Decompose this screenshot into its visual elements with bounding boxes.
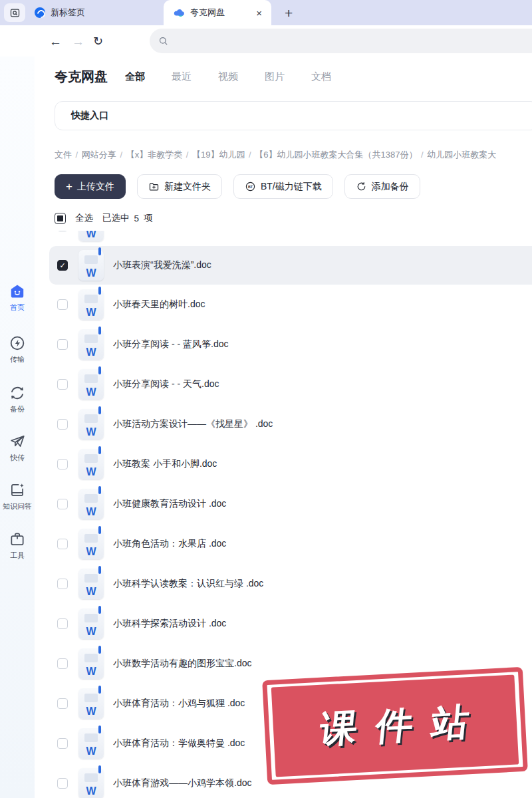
breadcrumb-item[interactable]: 【x】非教学类 — [126, 150, 183, 160]
row-checkbox[interactable] — [57, 419, 68, 430]
file-row[interactable]: W 小班分享阅读 - - 天气.doc — [49, 364, 532, 404]
row-checkbox[interactable] — [57, 579, 68, 589]
file-name[interactable]: 小班健康教育活动设计 .doc — [113, 498, 226, 510]
search-icon — [158, 35, 169, 47]
file-row[interactable]: W 小班体育游戏——小鸡学本领.doc — [49, 763, 532, 798]
button-label: 新建文件夹 — [164, 181, 211, 193]
file-name[interactable]: 小班科学探索活动设计 .doc — [113, 618, 226, 630]
sidebar-item-quick-send[interactable]: 快传 — [0, 433, 35, 463]
file-name[interactable]: 小班科学认读教案：认识红与绿 .doc — [113, 578, 263, 590]
browser-tab-new-tab[interactable]: 新标签页 — [25, 0, 136, 25]
file-name[interactable]: 小班体育游戏——小鸡学本领.doc — [113, 777, 251, 789]
file-name[interactable]: 小班数学活动有趣的图形宝宝.doc — [113, 658, 251, 670]
button-label: 添加备份 — [372, 181, 409, 193]
file-name[interactable]: 小班体育活动：学做奥特曼 .doc — [113, 737, 245, 749]
tab-close-icon[interactable]: × — [256, 8, 262, 18]
file-name[interactable]: 小班春天里的树叶.doc — [113, 299, 205, 311]
row-checkbox[interactable] — [57, 738, 68, 749]
file-row[interactable]: W 小班健康教育活动设计 .doc — [49, 484, 532, 524]
bt-magnet-download-button[interactable]: BT BT/磁力链下载 — [233, 174, 333, 199]
row-checkbox[interactable] — [57, 231, 68, 231]
sidebar-item-label: 快传 — [0, 453, 35, 463]
file-name[interactable]: 小班体育活动：小鸡与狐狸 .doc — [113, 698, 245, 710]
file-row[interactable]: W 小班体育活动：学做奥特曼 .doc — [49, 724, 532, 763]
sidebar-item-label: 备份 — [0, 404, 35, 414]
file-row[interactable]: ✓ W 小班表演“我爱洗澡”.doc — [49, 246, 532, 285]
browser-toolbar: ← → ↻ — [0, 25, 532, 57]
word-doc-icon: W — [78, 768, 104, 798]
word-doc-icon: W — [78, 648, 104, 679]
file-row[interactable]: W 小班角色活动：水果店 .doc — [49, 524, 532, 564]
row-checkbox[interactable] — [57, 299, 68, 310]
breadcrumb-item[interactable]: 【19】幼儿园 — [192, 150, 245, 160]
file-name[interactable]: 小班教案 小手和小脚.doc — [113, 458, 217, 470]
browser-tab-quark-drive[interactable]: 夸克网盘 × — [164, 0, 271, 25]
file-name[interactable]: 小班角色活动：水果店 .doc — [113, 538, 226, 550]
row-checkbox[interactable] — [57, 499, 68, 509]
word-doc-icon: W — [78, 369, 104, 400]
row-checkbox[interactable] — [57, 339, 68, 350]
file-row[interactable]: W 小班活动方案设计——《找星星》 .doc — [49, 404, 532, 444]
word-doc-icon: W — [78, 289, 104, 320]
knowledge-qa-icon — [9, 481, 26, 499]
add-backup-button[interactable]: 添加备份 — [344, 174, 420, 199]
address-search-bar[interactable] — [150, 29, 532, 53]
file-row[interactable]: W 小班体育活动：小鸡与狐狸 .doc — [49, 684, 532, 724]
row-checkbox[interactable] — [57, 618, 68, 629]
tab-document[interactable]: 文档 — [311, 70, 331, 83]
breadcrumb-item[interactable]: 幼儿园小班教案大 — [427, 150, 496, 160]
sidebar-item-tools[interactable]: 工具 — [0, 531, 35, 561]
file-name[interactable]: 小班活动方案设计——《找星星》 .doc — [113, 418, 273, 430]
word-doc-icon: W — [78, 608, 104, 639]
button-label: BT/磁力链下载 — [261, 181, 322, 193]
button-label: 上传文件 — [77, 181, 114, 193]
breadcrumb-item[interactable]: 网站分享 — [82, 150, 116, 160]
row-checkbox[interactable] — [57, 379, 68, 390]
new-tab-button[interactable]: + — [285, 6, 293, 20]
sidebar: 首页 传输 备份 — [0, 57, 35, 798]
row-checkbox[interactable] — [57, 778, 68, 789]
file-row[interactable]: W 小班教案 小手和小脚.doc — [49, 444, 532, 484]
file-row[interactable]: W 小班春天里的树叶.doc — [49, 285, 532, 325]
select-all-checkbox[interactable] — [55, 213, 66, 224]
list-row-partial[interactable]: W — [49, 231, 532, 246]
back-button[interactable]: ← — [49, 35, 62, 47]
sidebar-item-knowledge-qa[interactable]: 知识问答 — [0, 481, 35, 511]
select-all-label[interactable]: 全选 — [75, 212, 93, 224]
file-row[interactable]: W 小班科学认读教案：认识红与绿 .doc — [49, 564, 532, 604]
row-checkbox[interactable] — [57, 658, 68, 669]
tab-all[interactable]: 全部 — [125, 70, 145, 83]
tab-image[interactable]: 图片 — [265, 70, 285, 83]
breadcrumb-separator: / — [418, 150, 428, 160]
svg-text:BT: BT — [248, 185, 253, 189]
row-checkbox[interactable] — [57, 539, 68, 549]
row-checkbox[interactable] — [57, 459, 68, 469]
sidebar-item-transfer[interactable]: 传输 — [0, 334, 35, 364]
row-checkbox[interactable]: ✓ — [57, 260, 68, 271]
tab-video[interactable]: 视频 — [218, 70, 238, 83]
upload-file-button[interactable]: + 上传文件 — [55, 174, 126, 199]
tab-search-button[interactable] — [4, 3, 25, 22]
new-folder-button[interactable]: 新建文件夹 — [137, 174, 222, 199]
breadcrumb-item[interactable]: 文件 — [55, 150, 72, 160]
word-doc-icon: W — [78, 688, 104, 719]
sidebar-item-label: 首页 — [0, 303, 35, 313]
file-row[interactable]: W 小班分享阅读 - - 蓝风筝.doc — [49, 325, 532, 364]
sidebar-item-label: 工具 — [0, 551, 35, 561]
quick-entry-card[interactable]: 快捷入口 — [55, 101, 532, 130]
sidebar-item-home[interactable]: 首页 — [0, 283, 35, 313]
breadcrumb: 文件 / 网站分享 / 【x】非教学类 / 【19】幼儿园 / 【6】幼儿园小班… — [55, 149, 532, 161]
add-backup-icon — [356, 181, 367, 192]
tab-recent[interactable]: 最近 — [172, 70, 192, 83]
tab-label: 夸克网盘 — [190, 7, 225, 19]
file-row[interactable]: W 小班数学活动有趣的图形宝宝.doc — [49, 644, 532, 684]
refresh-button[interactable]: ↻ — [93, 35, 103, 47]
sidebar-item-backup[interactable]: 备份 — [0, 384, 35, 414]
row-checkbox[interactable] — [57, 698, 68, 709]
transfer-icon — [9, 334, 26, 352]
file-name[interactable]: 小班分享阅读 - - 天气.doc — [113, 378, 219, 390]
file-name[interactable]: 小班表演“我爱洗澡”.doc — [113, 259, 211, 271]
file-name[interactable]: 小班分享阅读 - - 蓝风筝.doc — [113, 338, 228, 350]
breadcrumb-item[interactable]: 【6】幼儿园小班教案大合集（共1387份） — [255, 150, 417, 160]
file-row[interactable]: W 小班科学探索活动设计 .doc — [49, 604, 532, 644]
